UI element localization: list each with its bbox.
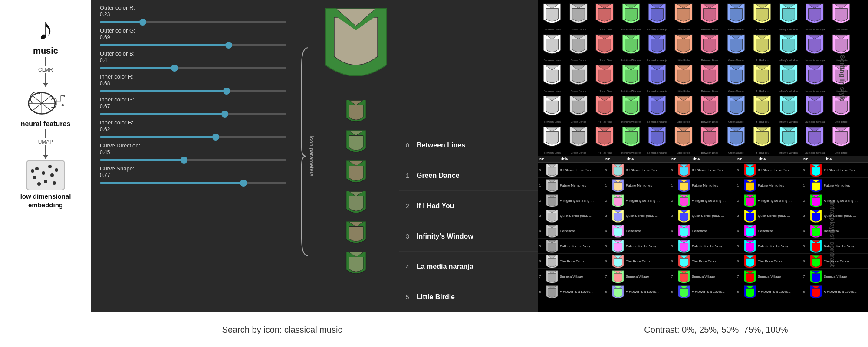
- contrast-title-4-0: If I Should Lose You: [824, 168, 855, 172]
- contrast-title-0-1: Future Memories: [560, 183, 586, 187]
- contrast-icon-0-5: [545, 239, 559, 253]
- icon-params-label: icon parameters: [309, 136, 315, 176]
- grid-cell: Green Dance: [723, 63, 749, 93]
- contrast-icon-2-5: [677, 239, 691, 253]
- contrast-nr-3-7: 7: [737, 275, 743, 278]
- contrast-song-row-1-6: 6 The Rose Tattoo: [604, 254, 670, 269]
- grid-cell-label: Little Birdie: [835, 151, 848, 154]
- neural-features-label: neural features: [21, 120, 71, 128]
- contrast-icon-1-7: [611, 269, 625, 283]
- slider-container-7[interactable]: [100, 179, 286, 187]
- svg-point-16: [44, 180, 47, 183]
- contrast-nr-4-8: 8: [803, 290, 809, 294]
- contrast-title-0-0: If I Should Lose You: [560, 168, 591, 172]
- grid-cell-label: Green Dance: [571, 121, 586, 123]
- contrast-title-4-7: Seneca Village: [824, 275, 847, 278]
- slider-container-0[interactable]: [100, 18, 286, 26]
- slider-container-4[interactable]: [100, 110, 286, 118]
- contrast-title-3-7: Seneca Village: [758, 275, 781, 278]
- contrast-title-0-5: Ballade for the Very S...: [560, 244, 595, 248]
- slider-container-6[interactable]: [100, 156, 286, 164]
- slider-track-4: [100, 113, 286, 115]
- contrast-nr-0-5: 5: [539, 244, 545, 248]
- slider-thumb-4[interactable]: [221, 111, 228, 118]
- slider-thumb-7[interactable]: [240, 180, 247, 187]
- slider-value-4: 0.67: [100, 103, 286, 109]
- contrast-icon-2-8: [677, 285, 691, 298]
- slider-fill-0: [100, 21, 143, 23]
- grid-cell: La media naranja: [644, 63, 670, 93]
- grid-cell-label: La media naranja: [805, 151, 825, 154]
- slider-row-0: Outer color R: 0.23: [100, 4, 286, 26]
- contrast-icon-3-4: [743, 224, 757, 238]
- grid-cell: Infinity's Window: [618, 32, 644, 62]
- contrast-title-0-3: Quiet Sense (feat. Pa...: [560, 214, 595, 218]
- contrast-nr-3-6: 6: [737, 259, 743, 263]
- grid-cell: If I Had You: [750, 125, 775, 155]
- grid-cell: Little Birdie: [671, 63, 697, 93]
- contrast-song-row-3-7: 7 Seneca Village: [736, 269, 802, 284]
- slider-container-1[interactable]: [100, 41, 286, 49]
- sliders-section: Outer color R: 0.23 Outer color G: 0.69 …: [91, 0, 538, 312]
- contrast-header-title-3: Title: [758, 157, 766, 161]
- grid-cell-label: Between Lines: [544, 90, 561, 92]
- slider-thumb-1[interactable]: [225, 42, 232, 49]
- grid-cell: Infinity's Window: [776, 125, 802, 155]
- slider-container-2[interactable]: [100, 64, 286, 72]
- slider-thumb-2[interactable]: [171, 65, 178, 72]
- slider-track-0: [100, 21, 286, 23]
- contrast-song-row-2-4: 4 Habanera: [670, 223, 736, 239]
- contrast-song-row-2-6: 6 The Rose Tattoo: [670, 254, 736, 269]
- slider-fill-5: [100, 136, 216, 138]
- contrast-title-0-4: Habanera: [560, 229, 575, 233]
- umap-label: UMAP: [38, 139, 53, 145]
- contrast-icon-2-2: [677, 193, 691, 207]
- grid-cell-label: Little Birdie: [677, 59, 690, 62]
- grid-cell-label: Little Birdie: [677, 90, 690, 92]
- contrast-icon-3-5: [743, 239, 757, 253]
- slider-thumb-3[interactable]: [223, 88, 230, 95]
- grid-cell: Between Lines: [539, 32, 565, 62]
- contrast-nr-0-4: 4: [539, 229, 545, 233]
- contrast-song-row-4-1: 1 Future Memories: [802, 178, 868, 193]
- contrast-title-2-2: A Nightingale Sang H...: [692, 199, 727, 203]
- grid-cell: Between Lines: [697, 94, 723, 124]
- slider-container-3[interactable]: [100, 87, 286, 95]
- grid-cell: If I Had You: [750, 32, 775, 62]
- grid-cell: Infinity's Window: [776, 1, 802, 31]
- song-number-1: 1: [406, 172, 417, 179]
- grid-cell: Between Lines: [539, 94, 565, 124]
- contrast-nr-2-3: 3: [671, 214, 677, 218]
- svg-point-12: [42, 171, 45, 175]
- contrast-panels-container: Nr Title 0 If I Should Lose You1 Future …: [538, 156, 868, 312]
- contrast-panels-area: Nr Title 0 If I Should Lose You1 Future …: [538, 156, 868, 312]
- contrast-header-nr-0: Nr: [539, 157, 546, 161]
- grid-cell-label: Infinity's Window: [621, 90, 641, 92]
- grid-cell: Infinity's Window: [618, 1, 644, 31]
- slider-thumb-6[interactable]: [181, 157, 187, 164]
- sliders-container: Outer color R: 0.23 Outer color G: 0.69 …: [100, 4, 286, 188]
- song-number-5: 5: [406, 294, 417, 301]
- contrast-nr-3-3: 3: [737, 214, 743, 218]
- svg-point-19: [55, 168, 58, 172]
- grid-cell: Infinity's Window: [618, 63, 644, 93]
- slider-thumb-5[interactable]: [212, 134, 219, 141]
- low-dim-label: low dimensionalembedding: [20, 192, 71, 209]
- grid-cell-label: Green Dance: [571, 59, 586, 62]
- slider-container-5[interactable]: [100, 133, 286, 141]
- grid-cell-label: Green Dance: [728, 90, 744, 92]
- svg-point-11: [35, 167, 39, 170]
- contrast-icon-1-2: [611, 193, 625, 207]
- grid-cell-label: La media naranja: [647, 121, 667, 123]
- slider-thumb-0[interactable]: [139, 19, 146, 26]
- music-note-icon: ♪: [38, 13, 53, 44]
- contrast-nr-3-4: 4: [737, 229, 743, 233]
- contrast-nr-0-6: 6: [539, 259, 545, 263]
- grid-cell: If I Had You: [750, 63, 775, 93]
- contrast-nr-1-5: 5: [605, 244, 611, 248]
- slider-row-1: Outer color G: 0.69: [100, 27, 286, 49]
- slider-fill-6: [100, 159, 184, 161]
- song-title-row-5: 5Little Birdie: [399, 282, 538, 312]
- contrast-nr-1-4: 4: [605, 229, 611, 233]
- slider-label-0: Outer color R:: [100, 4, 286, 11]
